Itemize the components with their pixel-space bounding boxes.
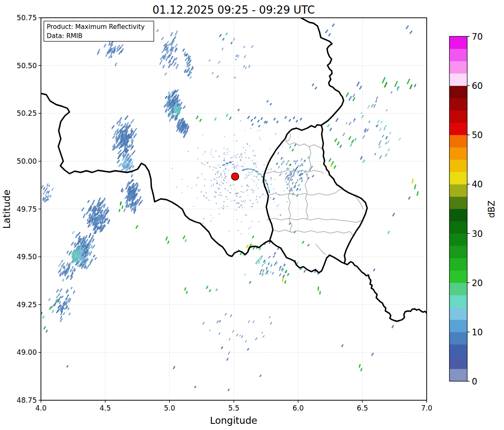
precip-cell [240,335,241,337]
precip-cell [228,351,229,354]
precip-cell [129,145,130,148]
precip-cell [289,223,290,225]
precip-cell [210,221,211,221]
precip-cell [385,82,387,88]
precip-cell [236,334,238,336]
precip-cell [228,170,229,171]
y-axis-label: Latitude [1,190,12,229]
precip-cell [246,177,248,177]
y-axis-ticks: 48.7549.0049.2549.5049.7550.0050.2550.50… [17,14,41,404]
precip-cell [283,275,284,278]
precip-cell [203,322,204,325]
precip-cell [287,273,289,276]
precip-cell [246,150,246,150]
precip-cell [251,221,252,222]
precip-cell [121,169,122,172]
precip-cell [86,265,89,269]
precip-cell [275,179,275,180]
precip-cell [107,220,110,224]
precip-cell [219,320,220,322]
precip-cell [273,203,275,203]
precip-cell [255,171,258,172]
precip-cell [259,173,262,175]
precip-cell [289,164,291,166]
precip-cell [268,256,270,258]
precip-cell [131,150,135,155]
precip-cell [308,157,309,159]
precip-cell [132,183,134,185]
precip-cell [256,166,256,167]
precip-cell [379,146,381,148]
precip-cell [89,233,91,238]
precip-cell [245,157,246,158]
precip-cell [217,321,218,323]
precip-cell [245,130,246,131]
precip-cell [172,168,172,169]
precip-cell [203,219,205,219]
precip-cell [248,186,249,187]
precip-cell [263,194,263,195]
precip-cell [252,160,252,161]
precip-cell [210,180,212,181]
precip-cell [301,158,302,160]
precip-cell [157,29,159,32]
precip-cell [392,325,394,328]
precip-cell [287,187,288,189]
precip-cell [296,167,297,169]
plot-title: 01.12.2025 09:25 - 09:29 UTC [153,4,315,16]
precip-cell [269,316,270,318]
precip-cell [252,124,253,126]
precip-cell [231,189,232,189]
precip-cell [61,260,63,263]
colorbar-segment [449,73,467,86]
precip-cell [120,202,121,205]
precip-cell [162,37,164,40]
precip-cell [245,340,246,342]
precip-cell [173,366,175,369]
precip-cell [167,41,169,44]
colorbar-segment [449,258,467,270]
region-border [268,189,344,195]
precip-cell [61,265,62,267]
precip-cell [334,165,336,169]
precip-cell [315,87,317,89]
precip-cell [252,203,253,204]
precip-cell [91,235,93,239]
precip-cell [329,33,331,36]
precip-cell [204,152,205,152]
precip-cell [296,188,298,191]
precip-cell [248,158,250,158]
precip-cell [253,190,254,191]
precip-cell [281,157,282,160]
precip-cell [232,161,234,162]
precip-cell [166,56,168,61]
precip-cell [238,109,239,111]
precip-cell [272,272,274,275]
precip-cell [249,281,251,284]
precip-cell [289,168,289,170]
precip-cell [278,152,279,154]
precip-cell [296,194,298,197]
precip-cell [96,213,97,216]
precip-cell [223,154,225,155]
precip-cell [270,184,272,184]
colorbar-segment [449,172,467,184]
precip-cell [304,270,306,272]
x-tick-label: 4.0 [35,404,46,412]
precip-cell [236,141,237,141]
precip-cell [258,179,259,180]
precip-cell [287,183,288,185]
colorbar-segment [449,123,467,135]
precip-cell [229,231,230,231]
precip-cell [240,159,241,161]
precip-cell [207,198,207,198]
precip-cell [237,162,238,163]
precip-cell [175,31,178,36]
precip-cell [241,221,242,222]
precip-cell [337,142,339,146]
precip-cell [160,60,162,64]
precip-cell [213,218,214,218]
precip-cell [273,256,275,258]
precip-cell [209,60,210,61]
precip-cell [294,185,296,188]
